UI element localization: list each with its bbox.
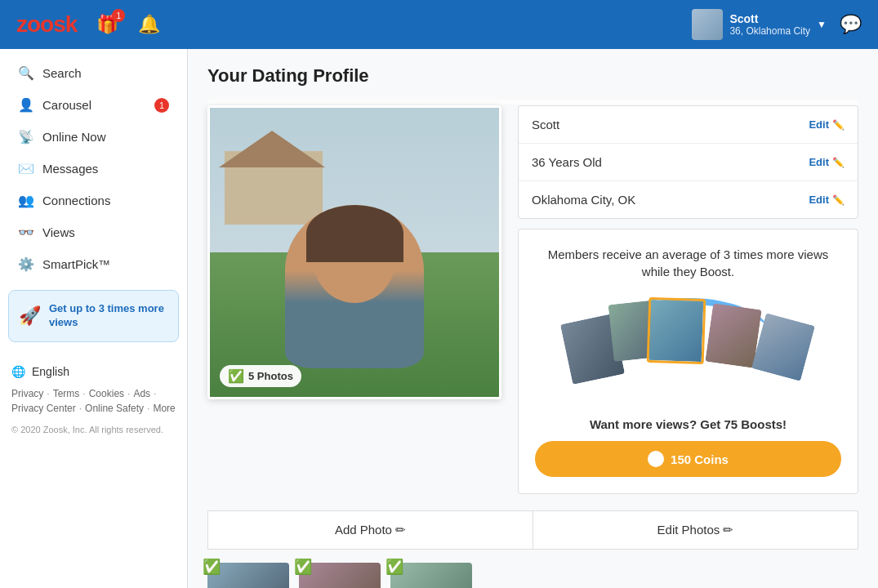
thumb-check-2: ✅ — [294, 558, 312, 576]
info-card: Scott Edit ✏️ 36 Years Old Edit ✏️ — [518, 105, 858, 219]
edit-location-button[interactable]: Edit ✏️ — [809, 194, 845, 206]
chevron-down-icon: ▼ — [817, 19, 827, 30]
footer-links: Privacy · Terms · Cookies · Ads · Privac… — [11, 388, 176, 414]
logo-text: zo — [16, 11, 40, 37]
cookies-link[interactable]: Cookies — [89, 388, 124, 399]
main-content: Your Dating Profile — [188, 49, 878, 588]
profile-section: ✅ 5 Photos Scott Edit ✏️ 3 — [207, 105, 858, 494]
online-now-icon: 📡 — [18, 129, 34, 145]
carousel-badge: 1 — [154, 98, 169, 113]
sidebar-label-online-now: Online Now — [42, 130, 106, 144]
header-left: zoosk 🎁 1 🔔 — [16, 11, 160, 38]
boost-visual — [535, 290, 841, 404]
avatar — [692, 9, 723, 40]
boost-photos — [566, 294, 811, 400]
roof — [219, 131, 325, 167]
pencil-icon: ✏️ — [832, 119, 845, 131]
pencil-icon-2: ✏️ — [832, 157, 845, 168]
boost-subtitle: Want more views? Get 75 Boosts! — [535, 417, 841, 431]
gifts-icon[interactable]: 🎁 1 — [96, 14, 118, 35]
sidebar-footer: 🌐 English Privacy · Terms · Cookies · Ad… — [0, 352, 187, 444]
sidebar-label-search: Search — [42, 66, 82, 80]
sidebar-label-messages: Messages — [42, 162, 98, 176]
user-name-value: Scott — [532, 118, 559, 131]
user-location-value: Oklahoma City, OK — [532, 193, 635, 207]
language-label: English — [32, 365, 69, 378]
slider-top — [207, 100, 858, 105]
hair — [306, 205, 403, 262]
edit-photos-label: Edit Photos ✏ — [657, 523, 734, 537]
thumb-1[interactable]: ✅ — [207, 563, 289, 588]
sidebar-item-views[interactable]: 👓 Views — [8, 216, 179, 248]
ads-link[interactable]: Ads — [133, 388, 150, 399]
user-name: Scott — [729, 12, 810, 25]
globe-icon: 🌐 — [11, 365, 25, 378]
notification-badge: 1 — [112, 9, 125, 22]
sidebar-label-smartpick: SmartPick™ — [42, 257, 110, 271]
logo[interactable]: zoosk — [16, 11, 77, 38]
photo-placeholder — [210, 108, 499, 397]
sidebar-item-online-now[interactable]: 📡 Online Now — [8, 121, 179, 153]
header-right: Scott 36, Oklahoma City ▼ 💬 — [692, 9, 862, 40]
sidebar-label-carousel: Carousel — [42, 98, 91, 112]
thumb-2[interactable]: ✅ — [299, 563, 381, 588]
coins-label: 150 Coins — [671, 452, 729, 466]
sidebar-nav: 🔍 Search 👤 Carousel 1 📡 Online Now ✉️ Me… — [0, 57, 187, 280]
logo-o: o — [40, 11, 53, 37]
edit-age-button[interactable]: Edit ✏️ — [809, 156, 845, 168]
info-row-location: Oklahoma City, OK Edit ✏️ — [519, 181, 858, 218]
user-menu[interactable]: Scott 36, Oklahoma City ▼ — [692, 9, 827, 40]
photo-count-text: 5 Photos — [248, 370, 293, 382]
sidebar-item-messages[interactable]: ✉️ Messages — [8, 153, 179, 185]
more-link[interactable]: More — [153, 403, 175, 414]
person — [285, 205, 424, 368]
carousel-icon: 👤 — [18, 97, 34, 113]
bottom-actions: Add Photo ✏ Edit Photos ✏ — [207, 510, 858, 550]
thumbnail-strip: ✅ ✅ ✅ — [207, 550, 858, 588]
sidebar-label-views: Views — [42, 225, 75, 239]
terms-link[interactable]: Terms — [53, 388, 80, 399]
page-title: Your Dating Profile — [207, 65, 858, 87]
rocket-icon: 🚀 — [19, 305, 41, 327]
profile-photo-wrapper: ✅ 5 Photos — [207, 105, 501, 494]
user-details: Scott 36, Oklahoma City — [729, 12, 810, 37]
add-photo-label: Add Photo ✏ — [335, 523, 406, 537]
thumb-check-3: ✅ — [386, 558, 403, 576]
boost-box[interactable]: 🚀 Get up to 3 times more views — [8, 290, 179, 342]
smartpick-icon: ⚙️ — [18, 256, 34, 272]
logo-text2: sk — [53, 11, 77, 37]
privacy-center-link[interactable]: Privacy Center — [11, 403, 76, 414]
info-row-age: 36 Years Old Edit ✏️ — [519, 144, 858, 181]
messages-icon[interactable]: 💬 — [840, 14, 862, 35]
add-photo-button[interactable]: Add Photo ✏ — [207, 510, 533, 550]
boost-card: Members receive an average of 3 times mo… — [518, 229, 858, 494]
pencil-icon-3: ✏️ — [832, 194, 845, 206]
person-shape — [285, 205, 424, 368]
main-layout: 🔍 Search 👤 Carousel 1 📡 Online Now ✉️ Me… — [0, 49, 878, 588]
photo-count-badge: ✅ 5 Photos — [220, 365, 301, 387]
sidebar-label-connections: Connections — [42, 194, 110, 207]
thumb-3[interactable]: ✅ — [390, 563, 472, 588]
bell-icon[interactable]: 🔔 — [138, 14, 160, 35]
messages-nav-icon: ✉️ — [18, 161, 34, 176]
check-icon: ✅ — [228, 368, 244, 384]
search-icon: 🔍 — [18, 65, 34, 81]
sidebar-item-carousel[interactable]: 👤 Carousel 1 — [8, 89, 179, 121]
info-row-name: Scott Edit ✏️ — [519, 106, 858, 144]
connections-icon: 👥 — [18, 193, 34, 208]
edit-name-button[interactable]: Edit ✏️ — [809, 118, 845, 131]
sidebar-item-connections[interactable]: 👥 Connections — [8, 185, 179, 216]
language-selector[interactable]: 🌐 English — [11, 360, 176, 383]
main-photo[interactable]: ✅ 5 Photos — [207, 105, 501, 399]
thumb-check-1: ✅ — [203, 558, 221, 576]
user-age-value: 36 Years Old — [532, 155, 602, 169]
boost-photo-4 — [705, 303, 761, 368]
boost-card-title: Members receive an average of 3 times mo… — [535, 246, 841, 280]
online-safety-link[interactable]: Online Safety — [85, 403, 144, 414]
sidebar-item-smartpick[interactable]: ⚙️ SmartPick™ — [8, 248, 179, 280]
privacy-link[interactable]: Privacy — [11, 388, 43, 399]
edit-photos-button[interactable]: Edit Photos ✏ — [533, 510, 858, 550]
boost-photo-3 — [646, 297, 706, 364]
sidebar-item-search[interactable]: 🔍 Search — [8, 57, 179, 89]
coins-button[interactable]: 150 Coins — [535, 441, 841, 477]
